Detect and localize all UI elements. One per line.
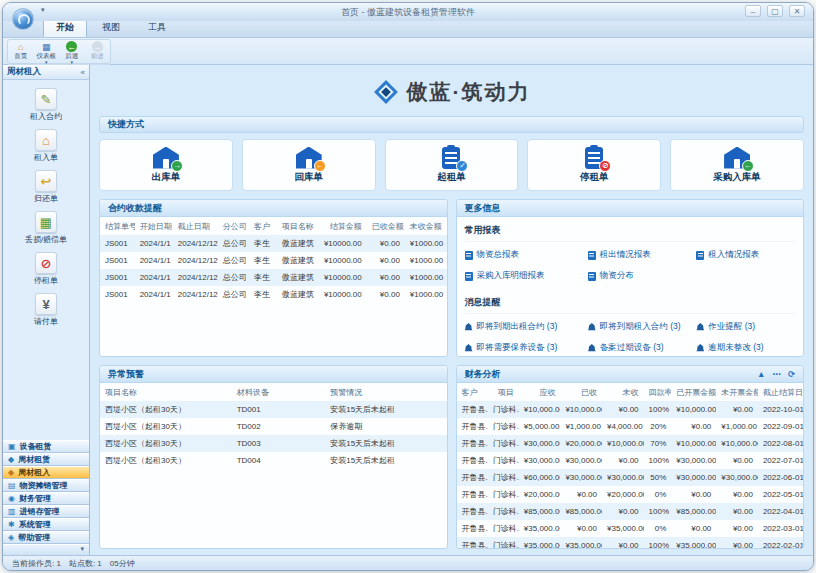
- nav-item-icon: ◆: [8, 469, 14, 477]
- brand-name: 傲蓝·筑动力: [407, 78, 531, 106]
- message-reminder-link[interactable]: 即将需要保养设备 (3): [465, 342, 588, 354]
- column-header[interactable]: 结算金额: [318, 217, 367, 235]
- sidebar-overflow-button[interactable]: ▾: [3, 544, 89, 555]
- quick-card[interactable]: ← 回库单: [242, 139, 376, 191]
- report-link[interactable]: 租入情况报表: [696, 249, 795, 261]
- table-row[interactable]: 开鲁县...门诊科...¥35,000.00 ¥35,000.00¥0.0010…: [457, 537, 804, 549]
- column-header[interactable]: 未开票金额: [716, 383, 758, 401]
- table-row[interactable]: 西堤小区（起租30天）TD002保养逾期: [100, 418, 447, 435]
- sidebar-nav-item[interactable]: ▤ 物资摊销管理: [3, 479, 89, 492]
- column-header[interactable]: 已收: [560, 383, 602, 401]
- column-header[interactable]: 结算单号: [100, 217, 135, 235]
- sidebar-tool-item[interactable]: ¥ 请付单: [6, 293, 86, 327]
- window-control-button[interactable]: ▢: [767, 5, 783, 17]
- ribbon-button[interactable]: ← 后退 ▾: [59, 41, 84, 64]
- message-reminder-link[interactable]: 即将到期出租合约 (3): [465, 321, 588, 333]
- column-header[interactable]: 客户: [249, 217, 277, 235]
- report-link[interactable]: 物资分布: [588, 270, 697, 282]
- report-link[interactable]: 租出情况报表: [588, 249, 697, 261]
- message-reminder-link[interactable]: 即将到期租入合约 (3): [588, 321, 697, 333]
- contract-reminder-panel: 合约收款提醒 结算单号开始日期截止日期分公司客户项目名称结算金额已收金额未收金额…: [99, 199, 448, 357]
- column-header[interactable]: 项目: [488, 383, 519, 401]
- collapse-sidebar-icon[interactable]: «: [81, 68, 85, 77]
- ribbon-tab-strip: 开始 视图 工具: [3, 21, 813, 38]
- table-row[interactable]: 开鲁县...门诊科...¥35,000.00 ¥0.00¥35,000.000%…: [457, 520, 804, 537]
- table-row[interactable]: 开鲁县...门诊科...¥5,000.00 ¥1,000.00¥4,000.00…: [457, 418, 804, 435]
- column-header[interactable]: 未收: [602, 383, 644, 401]
- column-header[interactable]: 客户: [457, 383, 488, 401]
- sidebar-nav-item[interactable]: ◆ 周材租入: [3, 466, 89, 479]
- nav-item-icon: ▤: [8, 482, 16, 490]
- card-icon: ←: [724, 147, 750, 169]
- quick-card[interactable]: ⊘ 停租单: [527, 139, 661, 191]
- sidebar-tool-item[interactable]: ⊘ 停租单: [6, 252, 86, 286]
- table-row[interactable]: 开鲁县...门诊科...¥85,000.00 ¥85,000.00¥0.0010…: [457, 503, 804, 520]
- home-content: 傲蓝·筑动力 快捷方式 → 出库单: [90, 65, 813, 555]
- table-row[interactable]: 开鲁县...门诊科...¥20,000.00 ¥0.00¥20,000.000%…: [457, 486, 804, 503]
- quick-card[interactable]: ✓ 起租单: [385, 139, 519, 191]
- ribbon-button[interactable]: ⌂ 首页 ▾: [8, 41, 33, 61]
- report-link[interactable]: 采购入库明细报表: [465, 270, 588, 282]
- panel-tool-icon[interactable]: ▲: [757, 369, 765, 379]
- quick-card[interactable]: ← 采购入库单: [670, 139, 804, 191]
- column-header[interactable]: 已开票金额: [671, 383, 716, 401]
- column-header[interactable]: 回款率: [644, 383, 672, 401]
- ribbon-button[interactable]: ▦ 仪表板 ▾: [34, 41, 59, 64]
- sidebar-nav-item[interactable]: ✱ 系统管理: [3, 518, 89, 531]
- message-reminder-link[interactable]: 作业提醒 (3): [696, 321, 795, 333]
- message-reminder-link[interactable]: 逾期未整改 (3): [696, 342, 795, 354]
- column-header[interactable]: 项目名称: [100, 383, 232, 401]
- warning-panel: 异常预警 项目名称材料设备预警情况 西堤小区（起租30天）TD001安装15天后…: [99, 365, 448, 549]
- column-header[interactable]: 项目名称: [277, 217, 319, 235]
- bell-icon: [465, 323, 473, 331]
- title-bar: ▾ 首页 - 傲蓝建筑设备租赁管理软件 – ▢ ✕: [3, 3, 813, 21]
- table-row[interactable]: JS0012024/1/12024/12/12 总公司李生傲蓝建筑 ¥10000…: [100, 286, 447, 303]
- sidebar-tool-item[interactable]: ▦ 丢损/赔偿单: [6, 211, 86, 245]
- warning-table: 项目名称材料设备预警情况 西堤小区（起租30天）TD001安装15天后未起租 西…: [100, 383, 447, 469]
- column-header[interactable]: 截止结算日期: [758, 383, 803, 401]
- window-control-button[interactable]: ✕: [789, 5, 805, 17]
- column-header[interactable]: 应收: [519, 383, 561, 401]
- app-logo-icon[interactable]: [12, 8, 34, 30]
- column-header[interactable]: 截止日期: [173, 217, 218, 235]
- sidebar-nav-item[interactable]: ▥ 进销存管理: [3, 505, 89, 518]
- sidebar-nav-item[interactable]: ▣ 设备租赁: [3, 440, 89, 453]
- quick-card[interactable]: → 出库单: [99, 139, 233, 191]
- table-row[interactable]: 开鲁县...门诊科...¥60,000.00 ¥30,000.00¥30,000…: [457, 469, 804, 486]
- sidebar-tool-item[interactable]: ↩ 归还单: [6, 170, 86, 204]
- table-row[interactable]: JS0012024/1/12024/12/12 总公司李生傲蓝建筑 ¥10000…: [100, 252, 447, 269]
- card-icon: ✓: [438, 147, 464, 169]
- table-row[interactable]: 西堤小区（起租30天）TD004安装15天后未起租: [100, 452, 447, 469]
- tool-icon: ⌂: [35, 129, 57, 151]
- table-row[interactable]: 开鲁县...门诊科...¥10,000.00 ¥10,000.00¥0.0010…: [457, 401, 804, 418]
- sidebar-tool-item[interactable]: ✎ 租入合约: [6, 88, 86, 122]
- ribbon-group-history-nav: ⌂ 首页 ▾ ▦ 仪表板 ▾ ← 后退 ▾: [7, 39, 111, 64]
- ribbon-button[interactable]: → 前进 ▾: [85, 41, 110, 61]
- nav-item-icon: ✱: [8, 521, 15, 529]
- sidebar-tool-item[interactable]: ⌂ 租入单: [6, 129, 86, 163]
- ribbon-button-icon: ⌂: [15, 41, 26, 52]
- column-header[interactable]: 分公司: [218, 217, 249, 235]
- table-row[interactable]: JS0012024/1/12024/12/12 总公司李生傲蓝建筑 ¥10000…: [100, 235, 447, 252]
- panel-tool-icon[interactable]: ⟳: [788, 369, 795, 379]
- message-reminder-link[interactable]: 备案过期设备 (3): [588, 342, 697, 354]
- sidebar-nav-item[interactable]: ◆ 周材租赁: [3, 453, 89, 466]
- table-row[interactable]: 西堤小区（起租30天）TD001安装15天后未起租: [100, 401, 447, 418]
- bell-icon: [696, 323, 704, 331]
- window-control-button[interactable]: –: [745, 5, 761, 17]
- finance-header: 财务分析 ▲⋯⟳: [457, 366, 804, 383]
- sidebar-nav-item[interactable]: ◉ 财务管理: [3, 492, 89, 505]
- panel-tool-icon[interactable]: ⋯: [772, 369, 781, 379]
- report-link[interactable]: 物资总报表: [465, 249, 588, 261]
- sidebar-nav-item[interactable]: ◈ 帮助管理: [3, 531, 89, 544]
- tool-icon: ✎: [35, 88, 57, 110]
- table-row[interactable]: JS0012024/1/12024/12/12 总公司李生傲蓝建筑 ¥10000…: [100, 269, 447, 286]
- table-row[interactable]: 开鲁县...门诊科...¥30,000.00 ¥30,000.00¥0.0010…: [457, 452, 804, 469]
- column-header[interactable]: 已收金额: [367, 217, 405, 235]
- column-header[interactable]: 未收金额: [405, 217, 447, 235]
- column-header[interactable]: 材料设备: [232, 383, 326, 401]
- column-header[interactable]: 开始日期: [135, 217, 173, 235]
- table-row[interactable]: 开鲁县...门诊科...¥30,000.00 ¥20,000.00¥10,000…: [457, 435, 804, 452]
- column-header[interactable]: 预警情况: [325, 383, 446, 401]
- table-row[interactable]: 西堤小区（起租30天）TD003安装15天后未起租: [100, 435, 447, 452]
